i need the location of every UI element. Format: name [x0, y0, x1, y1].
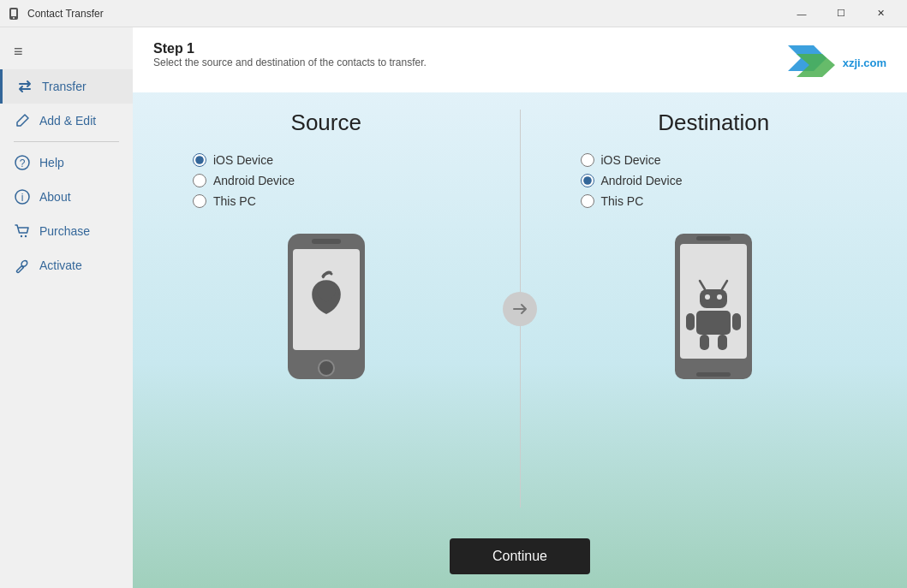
destination-android-option[interactable]: Android Device: [581, 174, 683, 187]
source-device-image: [271, 225, 382, 388]
titlebar: Contact Transfer — ☐ ✕: [0, 0, 907, 27]
svg-rect-20: [700, 289, 727, 308]
source-pc-label: This PC: [213, 194, 256, 208]
destination-panel: Destination iOS Device Android Device Th…: [521, 92, 908, 525]
svg-point-22: [717, 294, 722, 300]
svg-point-7: [21, 235, 22, 237]
svg-rect-18: [696, 372, 731, 377]
help-icon: ?: [14, 154, 31, 171]
sidebar-divider: [14, 141, 119, 142]
destination-ios-radio[interactable]: [581, 153, 594, 167]
source-ios-label: iOS Device: [213, 153, 273, 167]
window-controls: — ☐ ✕: [782, 0, 900, 27]
step-info: Step 1 Select the source and destination…: [153, 41, 427, 68]
continue-button[interactable]: Continue: [450, 538, 590, 574]
content-area: Step 1 Select the source and destination…: [133, 27, 907, 588]
source-radio-group: iOS Device Android Device This PC: [167, 153, 295, 208]
destination-android-radio[interactable]: [581, 174, 594, 187]
svg-rect-27: [700, 335, 709, 350]
destination-device-image: [658, 225, 769, 388]
logo: xzji.com: [779, 41, 886, 84]
svg-rect-25: [686, 313, 695, 330]
source-android-option[interactable]: Android Device: [193, 174, 295, 187]
sidebar-item-purchase[interactable]: Purchase: [0, 214, 133, 248]
svg-point-14: [319, 360, 334, 376]
sidebar-add-edit-label: Add & Edit: [39, 114, 96, 128]
minimize-button[interactable]: —: [782, 0, 821, 27]
svg-point-8: [25, 235, 27, 237]
continue-container: Continue: [133, 525, 907, 588]
sidebar: ≡ Transfer Add & Edit: [0, 27, 133, 588]
close-button[interactable]: ✕: [861, 0, 900, 27]
sidebar-about-label: About: [39, 190, 71, 204]
sidebar-item-about[interactable]: i About: [0, 180, 133, 214]
destination-ios-option[interactable]: iOS Device: [581, 153, 683, 167]
destination-pc-label: This PC: [601, 194, 644, 208]
svg-point-2: [13, 17, 15, 19]
logo-text: xzji.com: [843, 56, 886, 69]
app-title: Contact Transfer: [27, 8, 104, 20]
destination-android-label: Android Device: [601, 174, 683, 187]
maximize-button[interactable]: ☐: [821, 0, 861, 27]
svg-rect-1: [11, 9, 16, 16]
sidebar-help-label: Help: [39, 156, 64, 169]
source-android-radio[interactable]: [193, 174, 206, 187]
transfer-arrow-icon: [503, 292, 537, 326]
destination-pc-radio[interactable]: [581, 194, 594, 208]
arrow-right-icon: [510, 299, 530, 319]
svg-rect-26: [732, 313, 741, 330]
ios-device-icon: [271, 225, 382, 388]
svg-text:i: i: [21, 192, 24, 204]
svg-text:?: ?: [20, 157, 26, 169]
transfer-icon: [16, 78, 33, 95]
logo-arrows-icon: [779, 41, 839, 84]
svg-rect-28: [718, 335, 727, 350]
destination-radio-group: iOS Device Android Device This PC: [555, 153, 683, 208]
sidebar-item-help[interactable]: ? Help: [0, 146, 133, 180]
hamburger-menu-button[interactable]: ≡: [0, 34, 133, 69]
source-pc-option[interactable]: This PC: [193, 194, 295, 208]
svg-rect-13: [312, 239, 341, 244]
info-icon: i: [14, 188, 31, 205]
sidebar-item-activate[interactable]: Activate: [0, 248, 133, 282]
transfer-area: Source iOS Device Android Device This PC: [133, 92, 907, 525]
step-title: Step 1: [153, 41, 427, 56]
pencil-icon: [14, 112, 31, 129]
source-title: Source: [291, 110, 361, 136]
destination-ios-label: iOS Device: [601, 153, 661, 167]
svg-rect-17: [696, 236, 731, 241]
svg-rect-19: [696, 311, 731, 335]
source-ios-option[interactable]: iOS Device: [193, 153, 295, 167]
app-icon: [7, 7, 21, 21]
sidebar-activate-label: Activate: [39, 258, 82, 272]
svg-point-21: [705, 294, 710, 300]
app-body: ≡ Transfer Add & Edit: [0, 27, 907, 588]
titlebar-left: Contact Transfer: [7, 7, 104, 21]
destination-pc-option[interactable]: This PC: [581, 194, 683, 208]
sidebar-transfer-label: Transfer: [42, 80, 87, 93]
cart-icon: [14, 223, 31, 240]
sidebar-item-add-edit[interactable]: Add & Edit: [0, 104, 133, 138]
content-header: Step 1 Select the source and destination…: [133, 27, 907, 92]
destination-title: Destination: [658, 110, 769, 136]
source-android-label: Android Device: [213, 174, 295, 187]
wrench-icon: [14, 257, 31, 274]
source-panel: Source iOS Device Android Device This PC: [133, 92, 520, 525]
source-pc-radio[interactable]: [193, 194, 206, 208]
source-ios-radio[interactable]: [193, 153, 206, 167]
android-device-icon: [658, 225, 769, 388]
sidebar-item-transfer[interactable]: Transfer: [0, 69, 133, 104]
sidebar-purchase-label: Purchase: [39, 224, 90, 238]
step-subtitle: Select the source and destination of the…: [153, 56, 427, 68]
